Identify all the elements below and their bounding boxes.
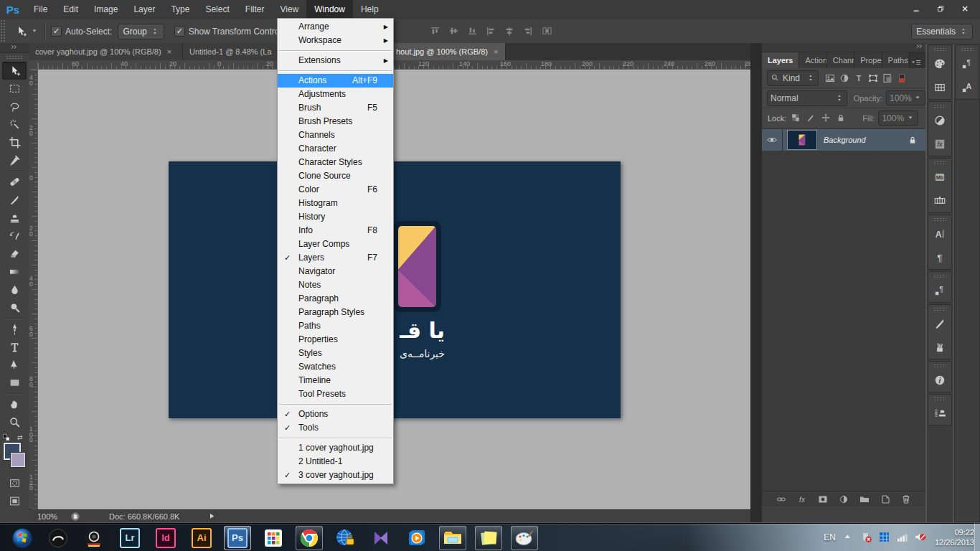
menu-item-styles[interactable]: Styles [278,347,393,360]
auto-select-checkbox[interactable]: ✓ [51,26,62,37]
menu-item-color[interactable]: ColorF6 [278,183,393,197]
menubar-item-view[interactable]: View [272,0,306,19]
app-paint[interactable] [511,526,538,550]
eyedropper-tool-button[interactable] [0,151,29,169]
menu-item-character[interactable]: Character [278,142,393,156]
menu-item-2-untitled-1[interactable]: 2 Untitled-1 [278,455,393,468]
hand-tool-button[interactable] [0,395,29,413]
background-color-swatch[interactable] [11,453,25,467]
app-photoshop[interactable]: Ps [224,526,251,550]
tools-collapse-button[interactable] [0,43,29,53]
filter-kind-dropdown[interactable]: Kind [767,70,819,86]
tool-preset-dropdown-icon[interactable] [32,28,39,35]
layer-visibility-toggle[interactable] [762,129,783,151]
menu-item-layers[interactable]: ✓LayersF7 [278,251,393,265]
restore-button[interactable] [930,2,953,16]
smartobject-filter-button[interactable] [882,72,893,84]
path-select-tool-button[interactable] [0,356,29,374]
menu-item-brush-presets[interactable]: Brush Presets [278,115,393,128]
ruler-origin-corner[interactable] [29,60,38,70]
blend-mode-dropdown[interactable]: Normal [767,90,847,106]
menu-item-swatches[interactable]: Swatches [278,360,393,374]
menu-item-extensions[interactable]: Extensions▶ [278,54,393,67]
minimize-button[interactable] [905,2,928,16]
mini-bridge-panel-button[interactable]: Mb [928,165,951,189]
align-right-button[interactable] [520,24,536,39]
drag-handle[interactable] [961,47,974,51]
gradient-tool-button[interactable] [0,263,29,281]
color-panel-button[interactable] [928,52,951,75]
zoom-level-field[interactable]: 100% [37,512,70,521]
menubar-item-image[interactable]: Image [86,0,126,19]
info-panel-button[interactable]: i [928,368,951,392]
vertical-ruler[interactable]: 4 02 002 04 06 08 01 0 01 2 0 [29,70,38,509]
menu-item-arrange[interactable]: Arrange▶ [278,20,393,34]
tray-volume-button[interactable] [914,531,926,543]
menubar-item-layer[interactable]: Layer [126,0,163,19]
drag-handle[interactable] [933,47,946,51]
eraser-tool-button[interactable] [0,245,29,263]
app-chrome[interactable] [296,526,323,550]
mask-button[interactable] [817,494,829,505]
tray-arrow-button[interactable] [842,531,854,543]
adjustment-filter-button[interactable] [839,72,850,84]
close-button[interactable] [954,2,977,16]
shape-tool-button[interactable] [0,374,29,392]
document-tab-1[interactable]: cover yaghout.jpg @ 100% (RGB/8)× [29,43,183,60]
drag-handle[interactable] [933,161,946,164]
menu-item-channels[interactable]: Channels [278,128,393,142]
history-brush-tool-button[interactable] [0,227,29,245]
horizontal-ruler[interactable]: 6040200204012014016018020022024026028 [38,60,750,70]
panel-tab-channels[interactable]: Channels [827,52,854,68]
brush-tool-button[interactable] [0,191,29,209]
drag-handle[interactable] [933,364,946,367]
sticky-notes[interactable] [475,526,502,550]
menu-item-adjustments[interactable]: Adjustments [278,88,393,101]
menubar-item-select[interactable]: Select [197,0,237,19]
layer-thumbnail[interactable] [787,130,817,150]
menubar-item-edit[interactable]: Edit [55,0,86,19]
lock-position-button[interactable] [821,113,831,123]
layer-row-background[interactable]: Background [762,129,925,151]
lock-transparency-button[interactable] [791,113,801,123]
app-media-player[interactable] [403,526,430,550]
tab-close-icon[interactable]: × [167,47,171,56]
collapse-dock-icon[interactable] [915,43,924,52]
clock[interactable]: 09:22 12/26/2013 [935,527,974,547]
timeline-panel-button[interactable] [928,189,951,212]
brush-presets-panel-button[interactable] [928,335,951,359]
tools-drag-handle[interactable] [6,55,23,60]
wand-tool-button[interactable] [0,116,29,133]
panel-tab-properties[interactable]: Properties [854,52,882,68]
paragraph-styles-panel-button[interactable]: ¶ [928,278,951,302]
app-indesign[interactable]: Id [152,526,179,550]
trash-button[interactable] [900,494,912,505]
menu-item-options[interactable]: ✓Options [278,408,393,421]
menubar-item-file[interactable]: File [26,0,55,19]
align-left-button[interactable] [483,24,499,39]
drag-handle[interactable] [933,104,946,108]
layer-name[interactable]: Background [824,136,908,144]
menu-item-tool-presets[interactable]: Tool Presets [278,387,393,401]
auto-align-button[interactable] [539,24,555,39]
drag-handle[interactable] [933,217,946,221]
start-button[interactable] [9,526,36,550]
app-nimbuzz[interactable] [44,526,72,550]
swatches-panel-button[interactable] [928,75,951,99]
options-grip[interactable] [0,19,6,43]
pen-tool-button[interactable] [0,320,29,338]
drag-handle[interactable] [933,307,946,311]
healing-tool-button[interactable] [0,173,29,191]
type-filter-button[interactable]: T [853,72,864,84]
menu-item-3-cover-yaghout-jpg[interactable]: ✓3 cover yaghout.jpg [278,468,393,482]
adjustments-panel-button[interactable] [928,108,951,132]
menu-item-paragraph[interactable]: Paragraph [278,292,393,306]
default-colors-icon[interactable] [3,434,11,443]
marquee-tool-button[interactable] [0,80,29,98]
dock-divider[interactable] [750,43,762,522]
drag-handle[interactable] [933,274,946,278]
screen-mode-button[interactable] [0,492,29,510]
character-panel-button[interactable]: A [928,222,951,245]
show-desktop-button[interactable] [974,523,980,551]
lock-pixels-button[interactable] [806,113,816,123]
